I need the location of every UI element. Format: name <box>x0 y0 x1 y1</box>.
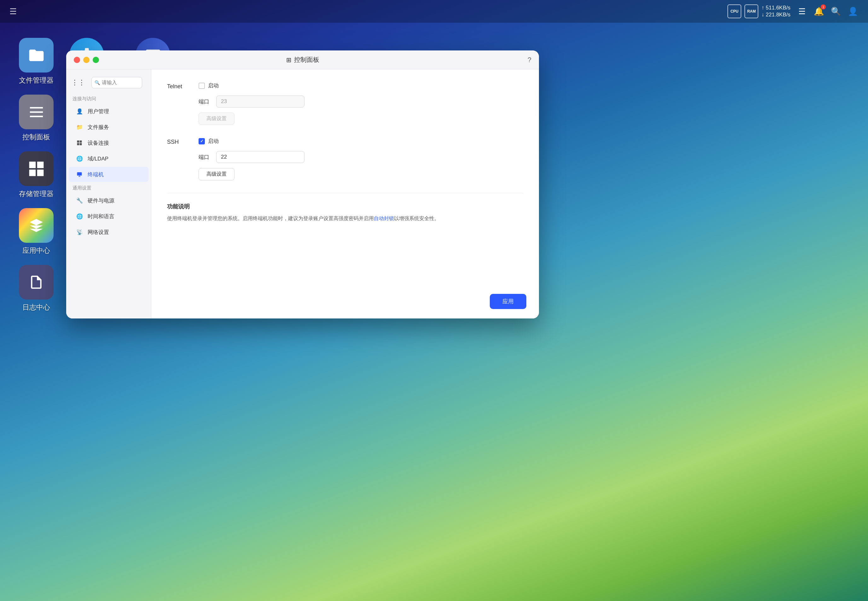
file-manager-icon <box>19 38 53 73</box>
telnet-enable-label: 启动 <box>208 82 219 89</box>
traffic-lights <box>74 57 99 63</box>
window-titlebar: ⊞ 控制面板 ? <box>66 50 539 69</box>
cpu-ram-widget: CPU RAM ↑ 511.6KB/s ↓ 221.8KB/s <box>728 5 790 18</box>
telnet-label: Telnet <box>167 82 192 90</box>
maximize-button[interactable] <box>93 57 99 63</box>
description-section: 功能说明 使用终端机登录并管理您的系统。启用终端机功能时，建议为登录账户设置高强… <box>167 193 523 223</box>
nav-item-time-language[interactable]: 🌐 时间和语言 <box>69 209 148 224</box>
ssh-enable-label: 启动 <box>208 137 219 145</box>
svg-rect-9 <box>77 172 82 175</box>
storage-label: 存储管理器 <box>19 189 53 199</box>
terminal-icon <box>75 170 84 179</box>
telnet-port-input[interactable] <box>216 96 305 108</box>
nav-item-terminal[interactable]: 终端机 <box>69 167 148 182</box>
desc-text: 使用终端机登录并管理您的系统。启用终端机功能时，建议为登录账户设置高强度密码并启… <box>167 214 523 223</box>
cpu-icon: CPU <box>728 5 741 18</box>
telnet-port-row: 端口 <box>199 96 523 108</box>
window-title: ⊞ 控制面板 <box>286 55 319 64</box>
user-management-icon: 👤 <box>75 107 84 116</box>
window-body: ⋮⋮ 🔍 连接与访问 👤 用户管理 📁 文件服务 设备连接 <box>66 69 539 319</box>
desc-title: 功能说明 <box>167 203 523 211</box>
close-button[interactable] <box>74 57 80 63</box>
ssh-controls: 启动 端口 高级设置 <box>199 137 523 180</box>
sidebar-app-control-panel[interactable]: 控制面板 <box>19 95 53 142</box>
control-panel-label: 控制面板 <box>22 133 50 142</box>
section-header-general: 通用设置 <box>66 183 151 192</box>
svg-rect-7 <box>77 143 79 145</box>
sidebar-app-file-manager[interactable]: 文件管理器 <box>19 38 53 85</box>
ssh-port-input[interactable] <box>216 151 305 163</box>
telnet-port-label: 端口 <box>199 98 211 105</box>
device-connect-icon <box>75 139 84 147</box>
svg-rect-3 <box>37 169 44 176</box>
apps-grid-button[interactable]: ⋮⋮ <box>73 77 84 88</box>
help-button[interactable]: ? <box>528 56 531 64</box>
svg-rect-6 <box>80 140 82 143</box>
left-sidebar: 文件管理器 控制面板 存储管理器 应用中心 日志中心 <box>19 38 53 312</box>
ldap-icon: 🌐 <box>75 154 84 163</box>
search-icon: 🔍 <box>94 80 100 85</box>
nav-item-hardware[interactable]: 🔧 硬件与电源 <box>69 193 148 208</box>
ram-icon: RAM <box>745 5 758 18</box>
ssh-section: SSH 启动 端口 高级设置 <box>167 137 523 180</box>
telnet-controls: 启动 端口 高级设置 <box>199 82 523 125</box>
log-center-label: 日志中心 <box>22 303 50 312</box>
notification-icon[interactable]: 🔔 1 <box>813 6 824 17</box>
user-icon[interactable]: 👤 <box>847 6 859 17</box>
notification-badge: 1 <box>821 5 826 9</box>
right-content: Telnet 启动 端口 高级设置 SSH <box>151 69 539 319</box>
hardware-icon: 🔧 <box>75 196 84 205</box>
svg-rect-8 <box>80 143 82 145</box>
nav-item-user-management[interactable]: 👤 用户管理 <box>69 104 148 119</box>
auto-lock-link[interactable]: 自动封锁 <box>374 216 394 221</box>
svg-rect-2 <box>29 169 36 176</box>
sidebar-app-log-center[interactable]: 日志中心 <box>19 265 53 312</box>
storage-icon <box>19 151 53 186</box>
nav-item-network[interactable]: 📡 网络设置 <box>69 224 148 239</box>
app-center-label: 应用中心 <box>22 246 50 255</box>
control-panel-icon <box>19 95 53 129</box>
ssh-checkbox[interactable] <box>199 138 205 145</box>
minimize-button[interactable] <box>83 57 90 63</box>
telnet-section: Telnet 启动 端口 高级设置 <box>167 82 523 125</box>
app-center-icon <box>19 208 53 243</box>
sidebar-app-storage[interactable]: 存储管理器 <box>19 151 53 199</box>
ssh-advanced-button[interactable]: 高级设置 <box>199 168 235 180</box>
time-language-icon: 🌐 <box>75 212 84 221</box>
nav-item-device-connect[interactable]: 设备连接 <box>69 135 148 150</box>
search-topbar-icon[interactable]: 🔍 <box>830 6 842 17</box>
menu-icon[interactable]: ☰ <box>796 6 807 17</box>
top-bar-left: ☰ <box>9 7 17 17</box>
ssh-label: SSH <box>167 137 192 145</box>
network-icon: 📡 <box>75 228 84 236</box>
log-center-icon <box>19 265 53 299</box>
ssh-enable-row: 启动 <box>199 137 523 145</box>
ssh-port-row: 端口 <box>199 151 523 163</box>
sidebar-app-app-center[interactable]: 应用中心 <box>19 208 53 255</box>
file-manager-label: 文件管理器 <box>19 76 53 85</box>
section-header-connection: 连接与访问 <box>66 93 151 103</box>
search-box: 🔍 <box>91 77 142 88</box>
telnet-advanced-button[interactable]: 高级设置 <box>199 113 235 125</box>
top-bar-right: CPU RAM ↑ 511.6KB/s ↓ 221.8KB/s ☰ 🔔 1 🔍 … <box>728 5 859 18</box>
window-title-icon: ⊞ <box>286 56 292 64</box>
telnet-checkbox[interactable] <box>199 82 205 89</box>
svg-rect-1 <box>37 162 44 168</box>
left-panel: ⋮⋮ 🔍 连接与访问 👤 用户管理 📁 文件服务 设备连接 <box>66 69 151 319</box>
nav-item-ldap[interactable]: 🌐 域/LDAP <box>69 151 148 166</box>
svg-rect-5 <box>77 140 79 143</box>
top-bar: ☰ CPU RAM ↑ 511.6KB/s ↓ 221.8KB/s ☰ 🔔 1 … <box>0 0 868 23</box>
telnet-enable-row: 启动 <box>199 82 523 89</box>
file-service-icon: 📁 <box>75 123 84 131</box>
network-speeds: ↑ 511.6KB/s ↓ 221.8KB/s <box>761 5 790 18</box>
apply-button[interactable]: 应用 <box>490 294 526 309</box>
nav-item-file-service[interactable]: 📁 文件服务 <box>69 119 148 135</box>
main-window: ⊞ 控制面板 ? ⋮⋮ 🔍 连接与访问 👤 用户管理 📁 文件服务 <box>66 50 539 319</box>
left-panel-top: ⋮⋮ 🔍 <box>66 75 151 93</box>
svg-rect-0 <box>29 162 36 168</box>
ssh-port-label: 端口 <box>199 154 211 161</box>
